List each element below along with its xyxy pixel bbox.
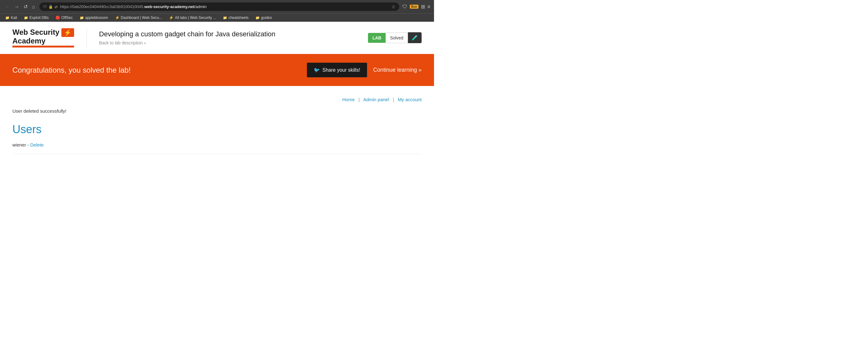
nav-links: Home | Admin panel | My account — [12, 92, 422, 108]
nav-buttons: ← → ↺ ⌂ — [4, 3, 36, 10]
back-label: Back to lab description — [99, 40, 143, 45]
my-account-link[interactable]: My account — [398, 97, 422, 102]
browser-chrome: ← → ↺ ⌂ 🛡 🔒 ⇄ https://0ab200ec0404490cc3… — [0, 0, 434, 22]
bookmark-label: Kali — [11, 16, 17, 20]
nav-separator-2: | — [393, 97, 394, 102]
url-subdomain: https://0ab200ec0404490cc3a03b9100410045… — [60, 4, 145, 9]
bookmark-label: cheatsheets — [228, 16, 249, 20]
offsec-icon: 🔴 — [56, 16, 60, 20]
folder-icon: 📁 — [5, 16, 10, 20]
header-divider — [87, 29, 87, 47]
twitter-icon: 🐦 — [314, 67, 320, 73]
lab-status-area: LAB Solved 🧪 — [368, 32, 422, 43]
main-content: Home | Admin panel | My account User del… — [0, 86, 434, 173]
shield-ext-icon[interactable]: 🛡 — [402, 4, 407, 10]
lock-icon: 🔒 — [49, 5, 53, 9]
back-to-lab-link[interactable]: Back to lab description » — [99, 40, 146, 45]
banner-actions: 🐦 Share your skills! Continue learning » — [307, 63, 422, 77]
continue-label: Continue learning — [373, 67, 417, 73]
user-separator: - — [27, 142, 30, 147]
url-display: https://0ab200ec0404490cc3a03b9100410045… — [60, 4, 389, 9]
url-path: /admin — [194, 4, 207, 9]
flash-icon: ⚡ — [115, 16, 120, 20]
lab-badge: LAB — [368, 33, 385, 43]
logo-area: Web Security⚡ Academy — [12, 28, 74, 48]
bookmark-label: All labs | Web Security ... — [175, 16, 216, 20]
security-icons: 🛡 🔒 ⇄ — [43, 5, 58, 9]
success-banner: Congratulations, you solved the lab! 🐦 S… — [0, 54, 434, 86]
bookmark-label: guides — [261, 16, 272, 20]
delete-link[interactable]: Delete — [30, 142, 44, 147]
user-row: wiener - Delete — [12, 142, 422, 154]
status-message: User deleted successfully! — [12, 108, 422, 114]
folder-icon: 📁 — [80, 16, 84, 20]
bookmark-label: appleblossom — [85, 16, 108, 20]
site-header: Web Security⚡ Academy Developing a custo… — [0, 22, 434, 54]
username: wiener — [12, 142, 26, 147]
url-domain: web-security-academy.net — [144, 4, 194, 9]
forward-button[interactable]: → — [13, 3, 21, 10]
bookmark-offsec[interactable]: 🔴 OffSec — [54, 15, 74, 21]
bookmark-cheatsheets[interactable]: 📁 cheatsheets — [221, 15, 250, 21]
success-text: Congratulations, you solved the lab! — [12, 66, 131, 75]
address-bar[interactable]: 🛡 🔒 ⇄ https://0ab200ec0404490cc3a03b9100… — [39, 2, 400, 11]
flask-badge: 🧪 — [408, 32, 422, 43]
share-btn-label: Share your skills! — [322, 67, 360, 73]
browser-right-icons: 🛡 Bun ⊞ ≡ — [402, 4, 430, 10]
browser-toolbar: ← → ↺ ⌂ 🛡 🔒 ⇄ https://0ab200ec0404490cc3… — [0, 0, 434, 13]
logo-text-area: Web Security⚡ Academy — [12, 28, 74, 48]
home-link[interactable]: Home — [342, 97, 354, 102]
solved-badge: Solved — [385, 33, 408, 43]
page-content: Web Security⚡ Academy Developing a custo… — [0, 22, 434, 173]
home-button[interactable]: ⌂ — [31, 3, 36, 10]
bookmark-label: Dashboard | Web Secu... — [121, 16, 162, 20]
continue-chevrons: » — [418, 67, 422, 73]
back-button[interactable]: ← — [4, 3, 11, 10]
nav-separator-1: | — [359, 97, 360, 102]
lab-title: Developing a custom gadget chain for Jav… — [99, 30, 359, 38]
continue-learning-link[interactable]: Continue learning » — [373, 67, 422, 73]
folder-icon: 📁 — [255, 16, 260, 20]
bookmark-guides[interactable]: 📁 guides — [254, 15, 273, 21]
bookmark-label: Exploit DBs — [29, 16, 49, 20]
users-heading: Users — [12, 123, 422, 136]
bookmark-dashboard[interactable]: ⚡ Dashboard | Web Secu... — [114, 15, 164, 21]
back-chevrons: » — [144, 41, 146, 45]
folder-icon: 📁 — [24, 16, 28, 20]
shield-icon: 🛡 — [43, 5, 47, 9]
admin-panel-link[interactable]: Admin panel — [363, 97, 389, 102]
menu-icon[interactable]: ≡ — [428, 4, 430, 10]
bookmark-exploit-dbs[interactable]: 📁 Exploit DBs — [22, 15, 50, 21]
bookmark-star-icon[interactable]: ☆ — [391, 4, 396, 10]
folder-icon: 📁 — [223, 16, 227, 20]
bookmark-kali[interactable]: 📁 Kali — [4, 15, 19, 21]
flash-icon: ⚡ — [169, 16, 174, 20]
redirect-icon: ⇄ — [55, 5, 58, 9]
bookmark-label: OffSec — [61, 16, 72, 20]
lab-title-area: Developing a custom gadget chain for Jav… — [99, 30, 359, 46]
extensions-icon[interactable]: ⊞ — [421, 4, 425, 10]
reload-button[interactable]: ↺ — [22, 3, 29, 10]
burp-badge[interactable]: Bun — [410, 5, 418, 9]
share-button[interactable]: 🐦 Share your skills! — [307, 63, 367, 77]
bookmark-all-labs[interactable]: ⚡ All labs | Web Security ... — [167, 15, 218, 21]
bookmark-appleblossom[interactable]: 📁 appleblossom — [78, 15, 110, 21]
bookmarks-bar: 📁 Kali 📁 Exploit DBs 🔴 OffSec 📁 appleblo… — [0, 13, 434, 22]
